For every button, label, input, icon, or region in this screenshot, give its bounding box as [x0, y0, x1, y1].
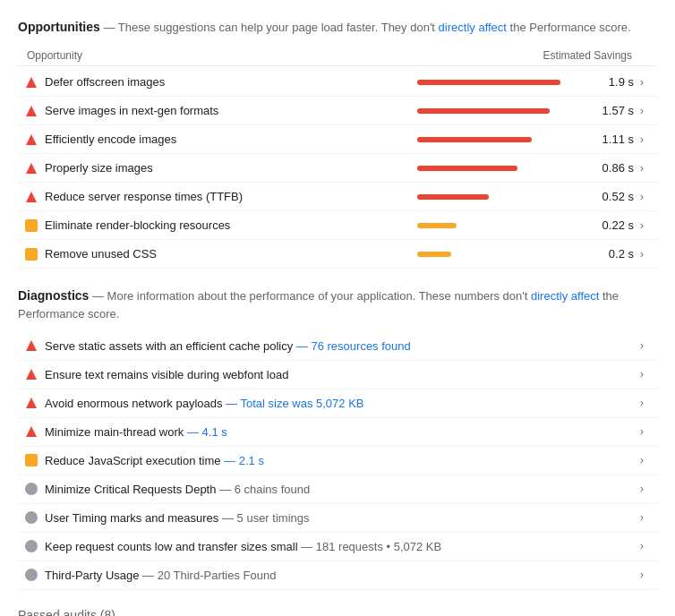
diag-detail: — Total size was 5,072 KB	[223, 397, 364, 410]
opportunity-row[interactable]: Efficiently encode images 1.11 s ›	[18, 125, 657, 154]
opportunity-label: Reduce server response times (TTFB)	[45, 190, 417, 203]
chevron-icon[interactable]: ›	[634, 569, 650, 581]
opportunities-desc: — These suggestions can help your page l…	[103, 21, 630, 34]
diagnostic-label: Third-Party Usage — 20 Third-Parties Fou…	[45, 569, 634, 582]
opportunity-row[interactable]: Remove unused CSS 0.2 s ›	[18, 240, 657, 269]
triangle-icon	[25, 162, 38, 175]
triangle-icon	[25, 339, 38, 352]
svg-marker-7	[26, 398, 37, 408]
opportunity-row[interactable]: Eliminate render-blocking resources 0.22…	[18, 211, 657, 240]
diagnostics-header: Diagnostics — More information about the…	[18, 287, 657, 323]
diagnostic-row[interactable]: Third-Party Usage — 20 Third-Parties Fou…	[18, 561, 657, 590]
triangle-icon	[25, 397, 38, 409]
triangle-icon	[25, 191, 38, 203]
diagnostic-row[interactable]: Reduce JavaScript execution time — 2.1 s…	[18, 447, 657, 475]
triangle-icon	[25, 105, 38, 117]
diagnostic-row[interactable]: User Timing marks and measures — 5 user …	[18, 504, 657, 533]
savings-value: 0.22 s	[589, 218, 634, 232]
diagnostics-section: Diagnostics — More information about the…	[18, 287, 657, 590]
diagnostics-title: Diagnostics	[18, 288, 89, 303]
chevron-icon[interactable]: ›	[634, 219, 650, 232]
diag-detail: — 20 Third-Parties Found	[139, 569, 276, 582]
diagnostic-row[interactable]: Keep request counts low and transfer siz…	[18, 533, 657, 561]
diagnostics-desc: — More information about the performance…	[18, 289, 619, 321]
savings-bar	[417, 223, 457, 228]
svg-marker-6	[26, 369, 37, 380]
opportunity-row[interactable]: Properly size images 0.86 s ›	[18, 154, 657, 183]
svg-marker-0	[26, 77, 37, 88]
chevron-icon[interactable]: ›	[634, 368, 650, 381]
diag-detail: — 5 user timings	[218, 511, 309, 525]
savings-bar	[417, 252, 451, 257]
diag-detail: — 2.1 s	[221, 454, 264, 467]
chevron-icon[interactable]: ›	[634, 511, 650, 524]
chevron-icon[interactable]: ›	[634, 454, 650, 466]
diagnostic-row[interactable]: Ensure text remains visible during webfo…	[18, 361, 657, 389]
diagnostic-row[interactable]: Minimize Critical Requests Depth — 6 cha…	[18, 475, 657, 504]
diagnostic-row[interactable]: Minimize main-thread work — 4.1 s ›	[18, 418, 657, 447]
savings-bar-container	[417, 194, 578, 200]
diag-detail: — 4.1 s	[184, 425, 226, 439]
savings-bar	[417, 108, 550, 114]
diagnostic-row[interactable]: Serve static assets with an efficient ca…	[18, 332, 657, 361]
savings-bar	[417, 166, 517, 171]
opportunity-label: Serve images in next-gen formats	[45, 104, 417, 117]
savings-bar-container	[417, 166, 578, 171]
svg-marker-8	[26, 426, 37, 437]
triangle-icon	[25, 368, 38, 381]
savings-bar-container	[417, 223, 578, 228]
chevron-icon[interactable]: ›	[634, 162, 650, 175]
diag-detail: — 181 requests • 5,072 KB	[298, 540, 442, 553]
savings-value: 0.2 s	[589, 247, 634, 261]
circle-icon	[25, 569, 38, 581]
chevron-icon[interactable]: ›	[634, 105, 650, 117]
savings-bar	[417, 80, 560, 85]
chevron-icon[interactable]: ›	[634, 397, 650, 409]
opportunity-label: Eliminate render-blocking resources	[45, 218, 417, 232]
svg-marker-4	[26, 192, 37, 202]
square-icon	[25, 219, 38, 232]
opportunity-label: Properly size images	[45, 161, 417, 175]
col-opportunity: Opportunity	[27, 49, 82, 62]
chevron-icon[interactable]: ›	[634, 540, 650, 552]
svg-marker-1	[26, 106, 37, 116]
diagnostic-label: Minimize Critical Requests Depth — 6 cha…	[45, 483, 634, 496]
savings-bar-container	[417, 137, 578, 142]
svg-marker-5	[26, 340, 37, 351]
chevron-icon[interactable]: ›	[634, 483, 650, 495]
diagnostic-label: Avoid enormous network payloads — Total …	[45, 397, 634, 410]
opportunity-row[interactable]: Serve images in next-gen formats 1.57 s …	[18, 97, 657, 125]
diagnostic-label: Reduce JavaScript execution time — 2.1 s	[45, 454, 634, 467]
circle-icon	[25, 483, 38, 495]
opportunity-row[interactable]: Defer offscreen images 1.9 s ›	[18, 68, 657, 97]
diagnostic-label: User Timing marks and measures — 5 user …	[45, 511, 634, 525]
diagnostic-row[interactable]: Avoid enormous network payloads — Total …	[18, 389, 657, 418]
diagnostics-link[interactable]: directly affect	[531, 289, 599, 303]
chevron-icon[interactable]: ›	[634, 133, 650, 146]
chevron-icon[interactable]: ›	[634, 76, 650, 89]
triangle-icon	[25, 425, 38, 438]
triangle-icon	[25, 76, 38, 89]
chevron-icon[interactable]: ›	[634, 191, 650, 203]
opportunity-label: Defer offscreen images	[45, 75, 417, 89]
chevron-icon[interactable]: ›	[634, 248, 650, 261]
opportunities-list: Defer offscreen images 1.9 s › Serve ima…	[18, 68, 657, 269]
circle-icon	[25, 540, 38, 552]
diagnostic-label: Serve static assets with an efficient ca…	[45, 339, 634, 353]
opportunities-title: Opportunities	[18, 20, 100, 34]
opportunity-label: Efficiently encode images	[45, 133, 417, 146]
diagnostic-label: Keep request counts low and transfer siz…	[45, 540, 634, 553]
diagnostic-label: Minimize main-thread work — 4.1 s	[45, 425, 634, 439]
opportunities-header: Opportunities — These suggestions can he…	[18, 18, 657, 37]
savings-value: 1.11 s	[589, 133, 634, 146]
savings-bar-container	[417, 252, 578, 257]
diagnostics-list: Serve static assets with an efficient ca…	[18, 332, 657, 590]
svg-marker-3	[26, 163, 37, 174]
opportunity-row[interactable]: Reduce server response times (TTFB) 0.52…	[18, 183, 657, 211]
svg-marker-2	[26, 134, 37, 145]
opportunities-link[interactable]: directly affect	[439, 21, 507, 34]
passed-audits: Passed audits (8)	[18, 608, 657, 617]
savings-value: 0.86 s	[589, 161, 634, 175]
chevron-icon[interactable]: ›	[634, 425, 650, 438]
chevron-icon[interactable]: ›	[634, 339, 650, 352]
